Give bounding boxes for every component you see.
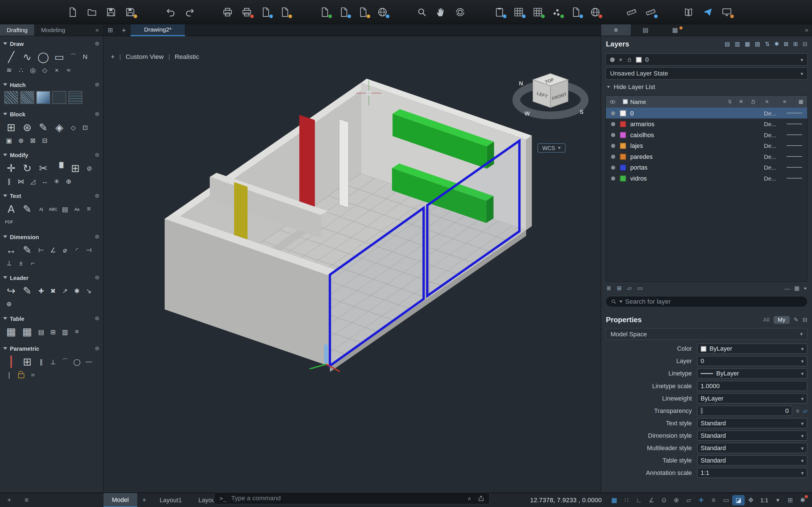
- linetype-column-icon[interactable]: ≡: [759, 96, 775, 108]
- compass-west-label[interactable]: W: [524, 110, 530, 117]
- layer-isolate-tool-icon[interactable]: ≣: [606, 285, 611, 292]
- insert-block-icon[interactable]: [315, 4, 335, 20]
- multileader-style-select[interactable]: Standard▾: [697, 443, 807, 453]
- tab-modeling[interactable]: Modeling: [35, 24, 72, 36]
- polygon-tool-icon[interactable]: ◇: [39, 65, 51, 76]
- break-tool-icon[interactable]: ×: [51, 65, 63, 76]
- section-caret-icon[interactable]: [3, 235, 7, 238]
- annotation-icon[interactable]: [566, 4, 586, 20]
- layer-linetype-sample[interactable]: [786, 178, 807, 179]
- layer-walk-tool-icon[interactable]: ⊞: [617, 285, 622, 292]
- single-line-text-tool-icon[interactable]: A|: [35, 204, 47, 215]
- quick-plot-icon[interactable]: [237, 4, 256, 20]
- layer-select[interactable]: 0▾: [697, 356, 807, 367]
- share-drawing-icon[interactable]: [477, 495, 485, 502]
- parallel-constraint-tool-icon[interactable]: ∥: [35, 356, 47, 367]
- tab-layers[interactable]: ≡: [601, 24, 631, 36]
- transparency-slider[interactable]: 0: [697, 406, 792, 416]
- layer-color-swatch[interactable]: [620, 164, 626, 170]
- layer-color-swatch[interactable]: [620, 110, 626, 116]
- layer-lineweight[interactable]: De...: [764, 131, 786, 138]
- dimension-style-select[interactable]: Standard▾: [697, 431, 807, 441]
- tab-model[interactable]: Model: [103, 493, 137, 507]
- save-icon[interactable]: [101, 4, 121, 20]
- section-settings-icon[interactable]: [94, 82, 100, 87]
- layer-group-new-icon[interactable]: ▱: [627, 285, 632, 292]
- redo-icon[interactable]: [180, 4, 199, 20]
- freeze-column-icon[interactable]: ☀: [735, 96, 747, 108]
- presentation-icon[interactable]: [717, 4, 737, 20]
- angular-dimension-tool-icon[interactable]: ∠: [47, 244, 59, 256]
- arc-tool-icon[interactable]: ⌒: [67, 52, 79, 62]
- leader-style-tool-icon[interactable]: ↘: [83, 285, 95, 296]
- layer-color-swatch[interactable]: [620, 131, 626, 138]
- section-settings-icon[interactable]: [94, 234, 100, 239]
- compass-south-label[interactable]: S: [580, 109, 583, 115]
- palette-overflow-icon[interactable]: »: [801, 24, 812, 36]
- layer-linetype-sample[interactable]: [786, 167, 807, 168]
- section-caret-icon[interactable]: [3, 347, 7, 349]
- layer-states-icon[interactable]: [528, 4, 547, 20]
- table-style-select[interactable]: Standard▾: [697, 455, 807, 466]
- quick-select-icon[interactable]: ✎: [794, 316, 799, 323]
- layer-on-dot[interactable]: [606, 122, 620, 126]
- transparency-display-icon[interactable]: ▭: [720, 494, 732, 506]
- command-input[interactable]: Type a command: [231, 495, 467, 502]
- section-settings-icon[interactable]: [94, 152, 100, 158]
- wall-column[interactable]: [339, 119, 349, 208]
- delete-layer-icon[interactable]: ▧: [755, 41, 760, 47]
- aligned-dimension-tool-icon[interactable]: ⊢: [35, 244, 47, 256]
- layer-color-swatch[interactable]: [620, 121, 626, 127]
- layer-properties-icon[interactable]: [509, 4, 528, 20]
- panel-dock-icon[interactable]: ⊟: [803, 41, 808, 47]
- layer-linetype-sample[interactable]: [786, 145, 807, 146]
- new-drawing-tab-icon[interactable]: +: [117, 26, 131, 34]
- section-caret-icon[interactable]: [3, 154, 7, 156]
- lineweight-column-icon[interactable]: ≡: [775, 96, 795, 108]
- scale-list-chevron-icon[interactable]: ▾: [772, 494, 784, 506]
- annotation-visibility-icon[interactable]: ✥: [745, 494, 757, 506]
- collapse-panel-icon[interactable]: «: [91, 24, 103, 36]
- attach-tool-icon[interactable]: ⊕: [15, 135, 27, 146]
- layer-row[interactable]: portas De...: [606, 162, 807, 173]
- tab-layout1[interactable]: Layout1: [151, 493, 190, 507]
- auto-constrain-tool-icon[interactable]: ⊞: [19, 354, 35, 369]
- define-attribute-tool-icon[interactable]: ◇: [67, 122, 79, 133]
- leader-options-tool-icon[interactable]: ⊕: [3, 298, 15, 309]
- section-caret-icon[interactable]: [3, 83, 7, 86]
- polar-tracking-icon[interactable]: ∠: [645, 494, 658, 506]
- layer-name[interactable]: paredes: [630, 153, 764, 160]
- layer-name[interactable]: vidros: [630, 175, 764, 182]
- isolate-layer-icon[interactable]: ✱: [774, 41, 779, 47]
- linetype-select[interactable]: ByLayer▾: [697, 369, 807, 379]
- scale-tool-icon[interactable]: ◿: [27, 176, 39, 187]
- table-style-tool-icon[interactable]: ▤: [35, 326, 47, 337]
- insert-table-tool-icon[interactable]: ▦: [3, 324, 19, 339]
- concentric-constraint-tool-icon[interactable]: ◯: [71, 356, 83, 367]
- group-icon[interactable]: [547, 4, 566, 20]
- filter-all-button[interactable]: All: [763, 317, 769, 323]
- layer-row[interactable]: vidros De...: [606, 173, 807, 184]
- text-style-select[interactable]: Standard▾: [697, 418, 807, 429]
- circle-tool-icon[interactable]: ◯: [35, 49, 51, 64]
- layer-row[interactable]: caixilhos De...: [606, 129, 807, 140]
- gradient-tool-icon[interactable]: [36, 91, 50, 104]
- layer-lineweight[interactable]: De...: [764, 154, 786, 160]
- data-link-tool-icon[interactable]: ≡: [71, 326, 83, 337]
- section-settings-icon[interactable]: [94, 316, 100, 321]
- add-leader-tool-icon[interactable]: ✚: [35, 285, 47, 296]
- plot-icon[interactable]: [218, 4, 237, 20]
- insert-block-tool-icon[interactable]: ⊞: [3, 119, 19, 135]
- radius-dimension-tool-icon[interactable]: ◜: [71, 244, 83, 256]
- undo-icon[interactable]: [161, 4, 180, 20]
- new-layer-icon[interactable]: ▤: [725, 41, 730, 47]
- snap-mode-icon[interactable]: ∷: [620, 494, 633, 506]
- space-selector[interactable]: Model Space ▾: [605, 328, 808, 340]
- ordinate-dimension-tool-icon[interactable]: ⊥: [3, 258, 15, 269]
- move-tool-icon[interactable]: ✛: [3, 160, 19, 176]
- write-block-tool-icon[interactable]: ◈: [51, 119, 67, 135]
- table-export-tool-icon[interactable]: ⊞: [47, 326, 59, 337]
- layer-on-dot[interactable]: [606, 144, 620, 148]
- dimension-edit-tool-icon[interactable]: ✎: [19, 242, 35, 258]
- page-setup-icon[interactable]: [275, 4, 295, 20]
